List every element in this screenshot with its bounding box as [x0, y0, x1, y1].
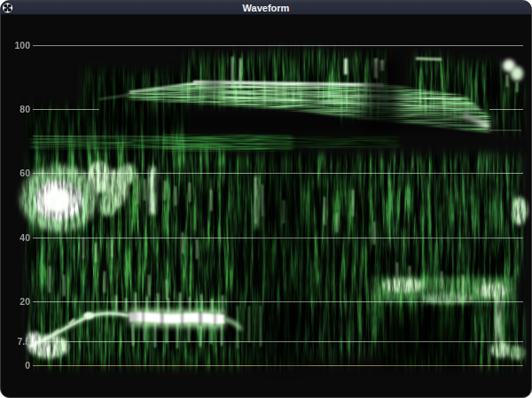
svg-text:0: 0 — [25, 360, 30, 371]
svg-text:80: 80 — [20, 104, 30, 114]
svg-text:Waveform: Waveform — [243, 3, 290, 13]
svg-text:60: 60 — [20, 168, 30, 178]
svg-text:20: 20 — [20, 296, 30, 307]
svg-text:100: 100 — [14, 40, 30, 51]
svg-text:40: 40 — [20, 232, 30, 243]
svg-text:7.5: 7.5 — [17, 336, 30, 347]
